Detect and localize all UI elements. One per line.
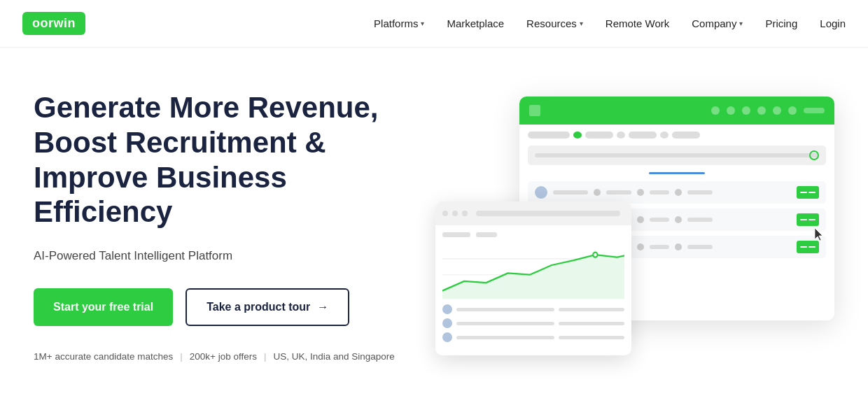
mock-fg-dot — [462, 211, 468, 216]
mock-sep-dot — [675, 216, 682, 223]
mock-fg-data-row — [442, 332, 624, 342]
mock-extra-line2 — [687, 190, 713, 195]
mock-toggle-off — [617, 132, 625, 139]
mock-user-icon — [742, 106, 750, 115]
logo[interactable]: oorwin — [22, 12, 85, 35]
mock-data-row — [528, 181, 826, 204]
mock-toggle-on — [573, 132, 582, 139]
nav-item-company[interactable]: Company ▾ — [692, 17, 743, 29]
nav-link-login[interactable]: Login — [820, 17, 846, 29]
mock-fg-line — [456, 336, 554, 339]
mock-btn-line — [800, 246, 807, 248]
mock-sep-dot — [637, 189, 644, 196]
mock-extra-line — [650, 218, 669, 222]
start-trial-button[interactable]: Start your free trial — [34, 288, 173, 326]
stat-3: US, UK, India and Singapore — [273, 351, 394, 362]
mock-fg-data-row — [442, 304, 624, 314]
mock-extra-line2 — [687, 218, 713, 222]
mock-name-line — [553, 190, 588, 195]
mock-chart-area — [442, 243, 624, 299]
mock-search-bar — [528, 146, 826, 165]
mock-extra-line2 — [687, 245, 713, 249]
mock-extra-line — [650, 190, 669, 195]
mock-sep-dot — [675, 243, 682, 250]
mock-chart-svg — [442, 243, 624, 299]
mock-detail-line — [606, 190, 631, 195]
mock-menu-bar — [804, 108, 825, 113]
hero-title: Generate More Revenue, Boost Recruitment… — [34, 90, 398, 229]
mock-fg-line — [559, 308, 624, 311]
mock-header — [519, 97, 834, 125]
mock-active-tab — [528, 172, 826, 174]
nav-item-resources[interactable]: Resources ▾ — [526, 17, 583, 29]
hero-illustration — [435, 97, 834, 355]
mock-chart-tab — [476, 232, 497, 237]
mock-sep-dot — [637, 243, 644, 250]
mock-fg-dot — [442, 211, 448, 216]
hero-section: Generate More Revenue, Boost Recruitment… — [0, 48, 868, 396]
mock-fg-avatar — [442, 332, 452, 342]
mock-btn-line — [808, 219, 816, 220]
mock-btn-line — [808, 246, 816, 248]
mock-action-btn — [797, 213, 819, 226]
mock-fg-body — [435, 225, 631, 353]
chevron-down-icon: ▾ — [739, 20, 743, 27]
mock-avatar — [535, 186, 547, 199]
mock-search-line — [535, 153, 819, 157]
mock-search-icon — [711, 106, 720, 115]
mock-fg-line — [456, 322, 554, 325]
mock-sep-dot — [594, 189, 601, 196]
mock-search-magnifier — [809, 150, 819, 160]
nav-link-platforms[interactable]: Platforms ▾ — [374, 17, 424, 29]
mock-fg-line — [559, 336, 624, 339]
nav-item-login[interactable]: Login — [820, 17, 846, 29]
cursor-icon — [815, 228, 826, 242]
mock-btn-line — [800, 219, 807, 220]
nav-link-marketplace[interactable]: Marketplace — [447, 17, 504, 29]
mock-tab-indicator — [649, 172, 705, 174]
nav-item-pricing[interactable]: Pricing — [765, 17, 797, 29]
product-tour-button[interactable]: Take a product tour → — [186, 288, 349, 326]
mock-chart-card — [435, 201, 631, 355]
nav-link-pricing[interactable]: Pricing — [765, 17, 797, 29]
mock-fg-dot — [452, 211, 458, 216]
mock-settings-icon — [773, 106, 781, 115]
mock-fg-line — [456, 308, 554, 311]
mock-filter-row — [528, 132, 826, 139]
hero-subtitle: AI-Powered Talent Intelligent Platform — [34, 249, 398, 263]
mock-menu-icon — [529, 105, 540, 116]
mock-sep-dot — [637, 216, 644, 223]
mock-fg-title-bar — [476, 211, 620, 216]
mock-chart-tab — [442, 232, 470, 237]
mock-grid-icon — [757, 106, 766, 115]
mock-filter-item — [629, 132, 657, 139]
mock-sep-dot — [675, 189, 682, 196]
mock-filter-item — [585, 132, 613, 139]
stat-2: 200k+ job offers — [190, 351, 257, 362]
nav-link-remote-work[interactable]: Remote Work — [606, 17, 669, 29]
nav-item-remote-work[interactable]: Remote Work — [606, 17, 669, 29]
mock-fg-header — [435, 201, 631, 225]
nav-item-marketplace[interactable]: Marketplace — [447, 17, 504, 29]
chevron-down-icon: ▾ — [421, 20, 424, 27]
mock-filter-item — [528, 132, 570, 139]
mock-filter-item — [672, 132, 700, 139]
nav-item-platforms[interactable]: Platforms ▾ — [374, 17, 424, 29]
arrow-icon: → — [317, 301, 328, 313]
mock-action-btn — [797, 186, 819, 199]
stat-separator-2: | — [264, 351, 267, 362]
hero-buttons: Start your free trial Take a product tou… — [34, 288, 398, 326]
mock-btn-line — [808, 192, 816, 193]
nav-links: Platforms ▾ Marketplace Resources ▾ Remo… — [374, 17, 846, 29]
chevron-down-icon: ▾ — [580, 20, 583, 27]
nav-link-resources[interactable]: Resources ▾ — [526, 17, 583, 29]
hero-stats: 1M+ accurate candidate matches | 200k+ j… — [34, 351, 398, 362]
stat-separator-1: | — [180, 351, 183, 362]
nav-link-company[interactable]: Company ▾ — [692, 17, 743, 29]
stat-1: 1M+ accurate candidate matches — [34, 351, 173, 362]
mock-add-icon — [727, 106, 735, 115]
mock-chart-tabs — [442, 232, 624, 237]
mock-fg-line — [559, 322, 624, 325]
mock-profile-icon — [788, 106, 797, 115]
mock-toggle-off — [660, 132, 668, 139]
